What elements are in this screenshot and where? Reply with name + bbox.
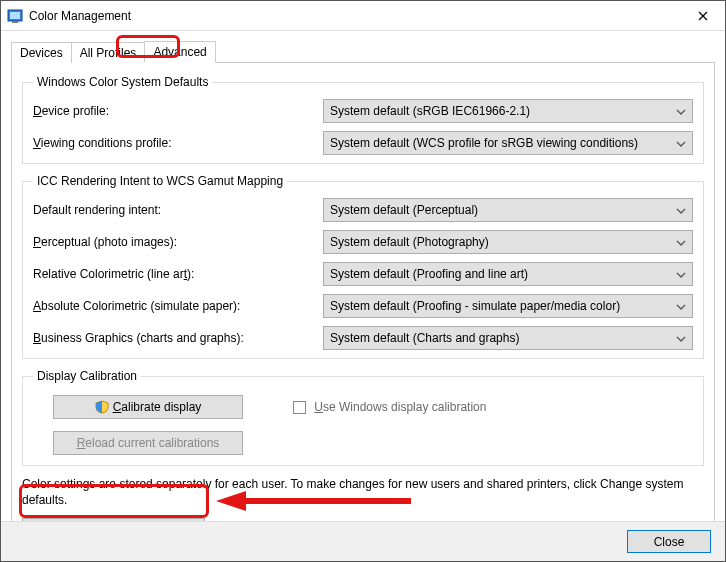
- select-relative[interactable]: System default (Proofing and line art): [323, 262, 693, 286]
- chevron-down-icon: [676, 302, 686, 312]
- label-absolute: Absolute Colorimetric (simulate paper):: [33, 299, 323, 313]
- chevron-down-icon: [676, 334, 686, 344]
- group-icc-rendering: ICC Rendering Intent to WCS Gamut Mappin…: [22, 174, 704, 359]
- select-value: System default (WCS profile for sRGB vie…: [330, 136, 638, 150]
- tab-panel-advanced: Windows Color System Defaults Device pro…: [11, 62, 715, 553]
- label-relative: Relative Colorimetric (line art):: [33, 267, 323, 281]
- select-value: System default (Proofing and line art): [330, 267, 528, 281]
- window-close-button[interactable]: [681, 1, 725, 30]
- group-legend: Windows Color System Defaults: [33, 75, 212, 89]
- window-title: Color Management: [29, 9, 681, 23]
- dialog-footer: Close: [1, 521, 725, 561]
- info-text: Color settings are stored separately for…: [22, 476, 704, 508]
- select-absolute[interactable]: System default (Proofing - simulate pape…: [323, 294, 693, 318]
- close-icon: [698, 11, 708, 21]
- chevron-down-icon: [676, 107, 686, 117]
- color-management-window: Color Management Devices All Profiles Ad…: [0, 0, 726, 562]
- use-windows-calibration-checkbox[interactable]: Use Windows display calibration: [293, 400, 486, 414]
- label-device-profile: Device profile:: [33, 104, 323, 118]
- group-windows-color-defaults: Windows Color System Defaults Device pro…: [22, 75, 704, 164]
- label-viewing-conditions: Viewing conditions profile:: [33, 136, 323, 150]
- reload-calibrations-button: Reload current calibrations: [53, 431, 243, 455]
- select-value: System default (Perceptual): [330, 203, 478, 217]
- group-legend: ICC Rendering Intent to WCS Gamut Mappin…: [33, 174, 287, 188]
- label-perceptual: Perceptual (photo images):: [33, 235, 323, 249]
- chevron-down-icon: [676, 139, 686, 149]
- tab-advanced[interactable]: Advanced: [144, 41, 215, 63]
- select-value: System default (Proofing - simulate pape…: [330, 299, 620, 313]
- close-button[interactable]: Close: [627, 530, 711, 553]
- label-business: Business Graphics (charts and graphs):: [33, 331, 323, 345]
- select-perceptual[interactable]: System default (Photography): [323, 230, 693, 254]
- chevron-down-icon: [676, 238, 686, 248]
- chevron-down-icon: [676, 206, 686, 216]
- tab-strip: Devices All Profiles Advanced: [11, 39, 715, 63]
- select-value: System default (Photography): [330, 235, 489, 249]
- label-default-intent: Default rendering intent:: [33, 203, 323, 217]
- select-viewing-conditions[interactable]: System default (WCS profile for sRGB vie…: [323, 131, 693, 155]
- app-icon: [7, 8, 23, 24]
- select-device-profile[interactable]: System default (sRGB IEC61966-2.1): [323, 99, 693, 123]
- shield-icon: [95, 400, 109, 414]
- tab-devices[interactable]: Devices: [11, 42, 72, 63]
- tab-all-profiles[interactable]: All Profiles: [71, 42, 146, 63]
- group-display-calibration: Display Calibration Calibrate display Us…: [22, 369, 704, 466]
- calibrate-display-button[interactable]: Calibrate display: [53, 395, 243, 419]
- titlebar: Color Management: [1, 1, 725, 31]
- select-value: System default (sRGB IEC61966-2.1): [330, 104, 530, 118]
- group-legend: Display Calibration: [33, 369, 141, 383]
- checkbox-icon: [293, 401, 306, 414]
- svg-rect-1: [10, 12, 20, 19]
- svg-rect-2: [12, 21, 18, 23]
- select-business[interactable]: System default (Charts and graphs): [323, 326, 693, 350]
- select-default-intent[interactable]: System default (Perceptual): [323, 198, 693, 222]
- select-value: System default (Charts and graphs): [330, 331, 519, 345]
- chevron-down-icon: [676, 270, 686, 280]
